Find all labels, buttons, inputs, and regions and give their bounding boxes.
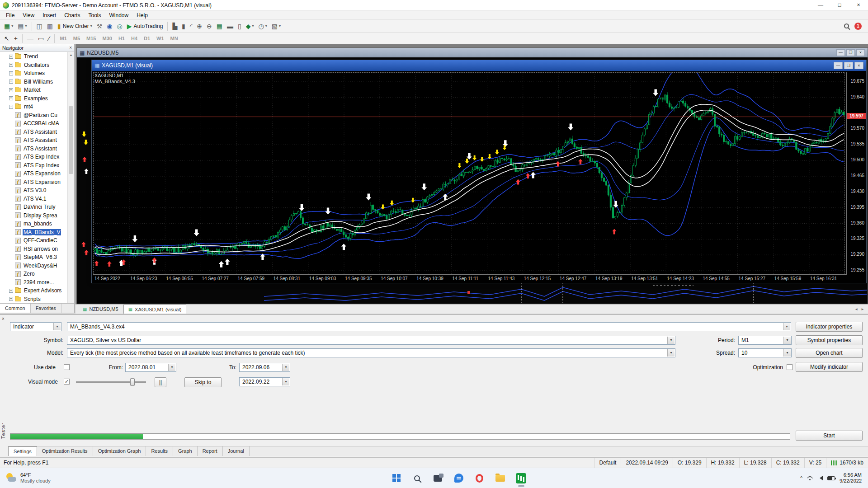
slider-thumb[interactable]: [130, 378, 135, 386]
zoom-out-button[interactable]: ⊖: [205, 21, 214, 32]
child-restore-button[interactable]: ❐: [844, 62, 853, 69]
dropdown-arrow-icon[interactable]: ▾: [783, 337, 791, 344]
navigator-tab[interactable]: Common: [0, 304, 31, 313]
wifi-icon[interactable]: [807, 476, 813, 480]
metatrader-button[interactable]: [512, 469, 530, 487]
navigator-tree-item[interactable]: fma_bbands: [0, 220, 67, 228]
expand-icon[interactable]: +: [9, 96, 13, 100]
chart-tab[interactable]: ▦XAGUSD,M1 (visual): [123, 305, 187, 314]
navigator-tree-item[interactable]: fATS Assistant: [0, 128, 67, 136]
speed-slider[interactable]: [76, 378, 146, 386]
use-date-checkbox[interactable]: [64, 364, 70, 370]
child-close-button[interactable]: ×: [856, 49, 865, 56]
navigator-tree-item[interactable]: f2394 more...: [0, 278, 67, 287]
indicator-properties-button[interactable]: Indicator properties: [796, 322, 863, 332]
navigator-tree-item[interactable]: +Bill Williams: [0, 78, 67, 86]
navigator-tree-item[interactable]: fRSI arrows on: [0, 245, 67, 253]
navigator-tree-item[interactable]: +Oscillators: [0, 61, 67, 70]
navigator-tree-item[interactable]: fATS Assistant: [0, 136, 67, 145]
period-select[interactable]: M1 ▾: [738, 336, 792, 345]
file-explorer-button[interactable]: [491, 469, 509, 487]
dropdown-arrow-icon[interactable]: ▾: [282, 364, 289, 371]
new-order-button[interactable]: ▮New Order▾: [56, 21, 94, 32]
active-chart-window[interactable]: ▦ XAGUSD,M1 (visual) — ❐ × XAGUSD,M1 MA_…: [91, 60, 867, 283]
timeframe-button-w1[interactable]: W1: [153, 34, 167, 43]
expand-icon[interactable]: +: [9, 55, 13, 59]
data-window-button[interactable]: ▥: [45, 21, 55, 32]
navigator-tree-item[interactable]: fATS Exp Index: [0, 153, 67, 161]
tester-tab[interactable]: Optimization Graph: [93, 446, 146, 456]
tester-tab[interactable]: Results: [146, 446, 173, 456]
search-icon[interactable]: [844, 23, 849, 28]
cursor-button[interactable]: ↖: [2, 33, 11, 44]
shapes-button[interactable]: ▭: [36, 33, 46, 44]
child-restore-button[interactable]: ❐: [846, 49, 855, 56]
dropdown-arrow-icon[interactable]: ▾: [783, 323, 790, 330]
tester-indicator-select[interactable]: MA_BBands_V4.3.ex4 ▾: [67, 322, 791, 331]
minimize-button[interactable]: —: [811, 0, 830, 11]
modify-indicator-button[interactable]: Modify indicator: [796, 362, 863, 372]
tester-tab[interactable]: Journal: [223, 446, 250, 456]
market-watch-button[interactable]: ◫: [35, 21, 44, 32]
crosshair-button[interactable]: +: [12, 33, 19, 44]
expand-icon[interactable]: +: [9, 289, 13, 293]
navigator-tree-item[interactable]: fWeekDays&H: [0, 262, 67, 270]
navigator-tree-item[interactable]: +Expert Advisors: [0, 286, 67, 295]
periods-button[interactable]: ◷▾: [257, 21, 269, 32]
navigator-tree-item[interactable]: +Examples: [0, 94, 67, 103]
timeframe-button-h4[interactable]: H4: [128, 34, 141, 43]
navigator-tree-item[interactable]: fATS V4.1: [0, 195, 67, 203]
options-button[interactable]: ◎: [115, 21, 124, 32]
chart-tab[interactable]: ▦NZDUSD,M5: [78, 305, 123, 314]
expand-icon[interactable]: -: [9, 105, 13, 109]
tester-tab[interactable]: Report: [198, 446, 223, 456]
pause-button[interactable]: ||: [155, 377, 166, 387]
notifications-badge[interactable]: 1: [854, 23, 862, 30]
maximize-button[interactable]: □: [830, 0, 849, 11]
chat-button[interactable]: [450, 469, 468, 487]
dropdown-arrow-icon[interactable]: ▾: [667, 337, 675, 344]
trendline-button[interactable]: ∕: [47, 33, 51, 44]
from-date-field[interactable]: 2022.08.01 ▾: [125, 363, 176, 372]
expand-icon[interactable]: +: [9, 63, 13, 67]
navigator-tree-item[interactable]: fQFF-CandleC: [0, 236, 67, 245]
opera-button[interactable]: [471, 469, 489, 487]
open-chart-button[interactable]: Open chart: [796, 348, 863, 358]
symbol-properties-button[interactable]: Symbol properties: [796, 335, 863, 345]
tile-horizontal-button[interactable]: ▬: [225, 21, 235, 32]
navigator-tree-item[interactable]: fStepMA_V6.3: [0, 253, 67, 262]
menu-item[interactable]: Insert: [38, 11, 60, 20]
start-button[interactable]: Start: [796, 431, 863, 441]
task-view-button[interactable]: [429, 469, 447, 487]
navigator-tree-item[interactable]: fATS V3.0: [0, 186, 67, 195]
expand-icon[interactable]: +: [9, 88, 13, 92]
price-axis[interactable]: 19.67519.64019.57019.53519.50019.46519.4…: [846, 72, 866, 275]
menu-item[interactable]: View: [19, 11, 38, 20]
child-close-button[interactable]: ×: [854, 62, 863, 69]
child-minimize-button[interactable]: —: [834, 62, 843, 69]
timeframe-button-m30[interactable]: M30: [99, 34, 115, 43]
timeframe-button-m1[interactable]: M1: [57, 34, 70, 43]
menu-item[interactable]: Charts: [60, 11, 84, 20]
start-button[interactable]: [387, 469, 406, 487]
to-date-field[interactable]: 2022.09.06 ▾: [239, 363, 290, 372]
scroll-up-icon[interactable]: ▲: [68, 52, 74, 58]
tab-scroll-right-icon[interactable]: ►: [861, 307, 864, 311]
timeframe-button-m5[interactable]: M5: [70, 34, 83, 43]
tile-vertical-button[interactable]: ▯: [236, 21, 243, 32]
navigator-tree-item[interactable]: fZero: [0, 270, 67, 278]
timeframe-button-mn[interactable]: MN: [167, 34, 181, 43]
navigator-tree-item[interactable]: fATS Expansion: [0, 169, 67, 178]
expand-icon[interactable]: +: [9, 80, 13, 84]
tab-scroll-left-icon[interactable]: ◄: [854, 307, 858, 311]
dropdown-arrow-icon[interactable]: ▾: [168, 364, 175, 371]
scroll-thumb[interactable]: [69, 106, 73, 174]
xag-plot[interactable]: [93, 72, 844, 275]
visual-mode-checkbox[interactable]: ✓: [64, 379, 70, 385]
taskbar-search-button[interactable]: [408, 469, 426, 487]
tester-tab[interactable]: Graph: [173, 446, 198, 456]
horizontal-line-button[interactable]: —: [25, 33, 35, 44]
timeframe-button-d1[interactable]: D1: [141, 34, 153, 43]
expand-icon[interactable]: +: [9, 71, 13, 75]
optimization-checkbox[interactable]: [787, 364, 793, 370]
